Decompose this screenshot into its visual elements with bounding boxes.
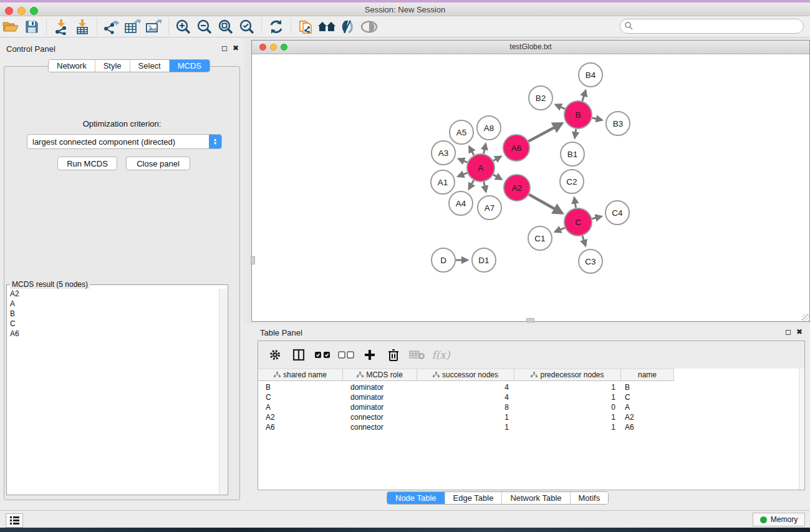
column-header-name[interactable]: name <box>621 369 674 380</box>
open-session-icon[interactable] <box>0 17 21 36</box>
network-graph[interactable]: B4B2BB3A8A5A6A3B1AC2A1A2A4A7C4CC1DD1C3 <box>252 54 809 321</box>
edge-B-B3[interactable] <box>592 118 602 120</box>
cell-predecessor_nodes[interactable]: 1 <box>514 382 621 392</box>
cell-shared_name[interactable]: A2 <box>258 412 343 422</box>
cell-predecessor_nodes[interactable]: 1 <box>514 422 621 432</box>
zoom-in-icon[interactable] <box>173 17 194 36</box>
mcds-result-item[interactable]: A <box>10 299 219 309</box>
edge-C-C1[interactable] <box>555 228 565 232</box>
table-row[interactable]: A2connector11A2 <box>258 412 674 422</box>
run-mcds-button[interactable]: Run MCDS <box>57 157 117 170</box>
close-panel-icon[interactable]: ✖ <box>233 44 239 52</box>
tab-node-table[interactable]: Node Table <box>387 492 445 504</box>
cell-mcds_role[interactable]: connector <box>343 422 417 432</box>
column-header-predecessor-nodes[interactable]: predecessor nodes <box>514 369 621 380</box>
duplicate-network-icon[interactable] <box>295 17 316 36</box>
edge-A-A6[interactable] <box>493 157 501 161</box>
cell-name[interactable]: A6 <box>621 422 674 432</box>
export-network-icon[interactable] <box>101 17 122 36</box>
float-table-panel-icon[interactable]: ◻ <box>785 328 791 336</box>
network-canvas[interactable]: B4B2BB3A8A5A6A3B1AC2A1A2A4A7C4CC1DD1C3 <box>252 54 809 321</box>
import-network-icon[interactable] <box>51 17 72 36</box>
cell-successor_nodes[interactable]: 4 <box>417 392 514 402</box>
edge-C-C3[interactable] <box>582 236 586 246</box>
bottom-scroll-handle[interactable] <box>526 318 534 322</box>
table-row[interactable]: Bdominator41B <box>258 382 674 392</box>
edge-A-A3[interactable] <box>458 159 468 163</box>
mcds-result-item[interactable]: A6 <box>10 329 219 339</box>
close-panel-button[interactable]: Close panel <box>126 157 190 170</box>
save-session-icon[interactable] <box>21 17 42 36</box>
edge-A-A2[interactable] <box>493 175 501 179</box>
show-hide-icon[interactable] <box>359 17 380 36</box>
edge-C-C4[interactable] <box>592 216 601 219</box>
zoom-selected-icon[interactable] <box>236 17 258 36</box>
table-scrollbar[interactable] <box>799 369 804 490</box>
criterion-dropdown[interactable]: largest connected component (directed) ▲… <box>27 134 222 149</box>
edge-B-B2[interactable] <box>556 105 565 109</box>
left-scroll-handle[interactable] <box>251 256 255 264</box>
mcds-result-item[interactable]: C <box>10 319 219 329</box>
mcds-result-item[interactable]: A2 <box>10 289 219 299</box>
tab-style[interactable]: Style <box>95 60 130 72</box>
search-input[interactable] <box>620 19 804 34</box>
create-column-icon[interactable] <box>359 344 380 365</box>
table-row[interactable]: Cdominator41C <box>258 392 674 402</box>
mcds-result-item[interactable]: B <box>10 309 219 319</box>
import-table-icon[interactable] <box>72 17 93 36</box>
edge-B-B4[interactable] <box>582 90 586 101</box>
export-table-icon[interactable] <box>122 17 143 36</box>
select-all-columns-icon[interactable] <box>312 344 333 365</box>
tab-edge-table[interactable]: Edge Table <box>445 492 503 504</box>
column-header-successor-nodes[interactable]: successor nodes <box>417 369 514 380</box>
edge-A-A1[interactable] <box>458 173 467 177</box>
cell-shared_name[interactable]: C <box>258 392 343 402</box>
tab-mcds[interactable]: MCDS <box>170 60 210 72</box>
cell-mcds_role[interactable]: connector <box>343 412 417 422</box>
edge-A-A8[interactable] <box>484 143 486 153</box>
cell-predecessor_nodes[interactable]: 0 <box>514 402 621 412</box>
zoom-fit-icon[interactable] <box>215 17 236 36</box>
column-header-shared-name[interactable]: shared name <box>258 369 343 380</box>
cell-successor_nodes[interactable]: 8 <box>417 402 514 412</box>
export-image-icon[interactable] <box>143 17 165 36</box>
tab-select[interactable]: Select <box>130 60 170 72</box>
edge-C-C2[interactable] <box>574 198 576 208</box>
edge-A-A7[interactable] <box>484 181 486 191</box>
cell-mcds_role[interactable]: dominator <box>343 382 417 392</box>
cell-name[interactable]: C <box>621 392 674 402</box>
refresh-layout-icon[interactable] <box>266 17 287 36</box>
show-columns-icon[interactable] <box>288 344 309 365</box>
tab-network[interactable]: Network <box>49 60 95 72</box>
column-header-MCDS-role[interactable]: MCDS role <box>343 369 417 380</box>
close-table-panel-icon[interactable]: ✖ <box>796 328 803 336</box>
table-row[interactable]: A6connector11A6 <box>258 422 674 432</box>
cell-predecessor_nodes[interactable]: 1 <box>514 392 621 402</box>
style-preview-icon[interactable] <box>337 17 359 36</box>
edge-A6-B[interactable] <box>528 123 562 142</box>
zoom-out-icon[interactable] <box>194 17 215 36</box>
cell-shared_name[interactable]: A6 <box>258 422 343 432</box>
cell-name[interactable]: B <box>621 382 674 392</box>
home-view-icon[interactable] <box>316 17 337 36</box>
resize-grip-icon[interactable] <box>802 314 809 321</box>
cell-shared_name[interactable]: B <box>258 382 343 392</box>
tab-network-table[interactable]: Network Table <box>502 492 570 504</box>
cell-name[interactable]: A2 <box>621 412 674 422</box>
cell-predecessor_nodes[interactable]: 1 <box>514 412 621 422</box>
cell-successor_nodes[interactable]: 1 <box>417 422 514 432</box>
cell-successor_nodes[interactable]: 4 <box>417 382 514 392</box>
cell-successor_nodes[interactable]: 1 <box>417 412 514 422</box>
edge-B-B1[interactable] <box>575 129 576 138</box>
tab-motifs[interactable]: Motifs <box>571 492 609 504</box>
task-history-button[interactable] <box>6 513 23 528</box>
cell-mcds_role[interactable]: dominator <box>343 402 417 412</box>
table-options-icon[interactable] <box>264 344 286 365</box>
edge-A-A4[interactable] <box>469 180 474 189</box>
cell-name[interactable]: A <box>621 402 674 412</box>
delete-columns-icon[interactable] <box>383 344 404 365</box>
unselect-all-columns-icon[interactable] <box>335 344 357 365</box>
mcds-list-scrollbar[interactable] <box>219 289 227 494</box>
edge-A-A5[interactable] <box>469 147 474 155</box>
edge-A2-C[interactable] <box>529 195 562 213</box>
